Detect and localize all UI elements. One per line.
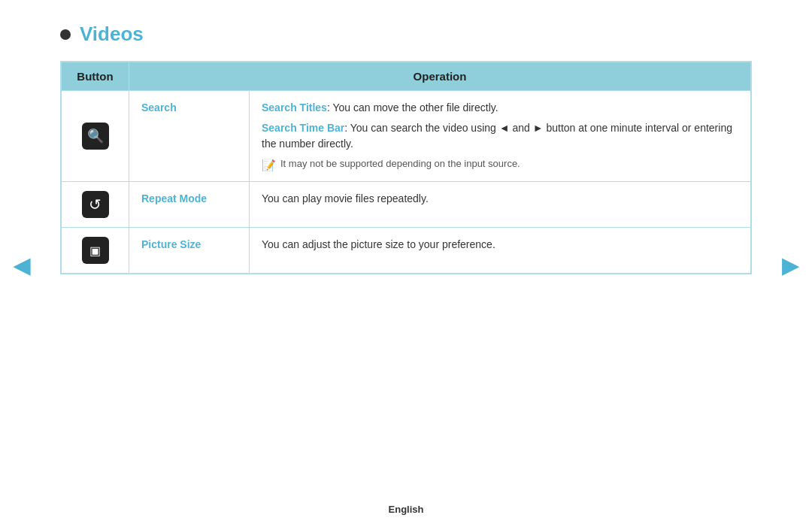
note-icon: 📝	[262, 159, 276, 172]
nav-arrow-left[interactable]: ◀	[14, 253, 30, 277]
repeat-op1-text: You can play movie files repeatedly.	[262, 192, 429, 204]
header-operation: Operation	[129, 62, 751, 91]
repeat-operation-cell: You can play movie files repeatedly.	[250, 182, 751, 228]
table-header-row: Button Operation	[62, 62, 751, 91]
repeat-button-cell: ↺	[62, 182, 129, 228]
search-button-cell: 🔍	[62, 91, 129, 182]
search-note: 📝 It may not be supported depending on t…	[262, 158, 738, 172]
picture-size-icon: ▣	[82, 237, 109, 264]
table-row-repeat: ↺ Repeat Mode You can play movie files r…	[62, 182, 751, 228]
footer-language: English	[389, 504, 424, 515]
picture-label: Picture Size	[141, 238, 201, 250]
picture-op1: You can adjust the picture size to your …	[262, 237, 738, 253]
page-title-row: Videos	[60, 23, 752, 46]
picture-op1-text: You can adjust the picture size to your …	[262, 238, 495, 250]
repeat-label: Repeat Mode	[141, 192, 207, 204]
repeat-label-cell: Repeat Mode	[129, 182, 250, 228]
repeat-icon: ↺	[82, 191, 109, 218]
page-title: Videos	[80, 23, 144, 46]
search-icon: 🔍	[82, 123, 109, 150]
search-titles-text: : You can move the other file directly.	[327, 101, 498, 114]
repeat-op1: You can play movie files repeatedly.	[262, 191, 738, 207]
search-op1: Search Titles: You can move the other fi…	[262, 100, 738, 116]
search-timebar-link: Search Time Bar	[262, 122, 344, 134]
header-button: Button	[62, 62, 129, 91]
nav-arrow-right[interactable]: ▶	[782, 253, 798, 277]
main-table-wrapper: Button Operation 🔍 Search Search Titles:…	[60, 61, 752, 274]
search-op2: Search Time Bar: You can search the vide…	[262, 120, 738, 152]
search-label: Search	[141, 101, 177, 114]
search-label-cell: Search	[129, 91, 250, 182]
picture-button-cell: ▣	[62, 228, 129, 274]
search-titles-link: Search Titles	[262, 101, 327, 114]
picture-label-cell: Picture Size	[129, 228, 250, 274]
picture-operation-cell: You can adjust the picture size to your …	[250, 228, 751, 274]
bullet-dot	[60, 29, 71, 40]
page-container: Videos Button Operation 🔍 Search	[0, 0, 812, 297]
table-row-picture: ▣ Picture Size You can adjust the pictur…	[62, 228, 751, 274]
search-operation-cell: Search Titles: You can move the other fi…	[250, 91, 751, 182]
main-table: Button Operation 🔍 Search Search Titles:…	[61, 62, 751, 274]
search-note-text: It may not be supported depending on the…	[280, 158, 520, 169]
table-row-search: 🔍 Search Search Titles: You can move the…	[62, 91, 751, 182]
